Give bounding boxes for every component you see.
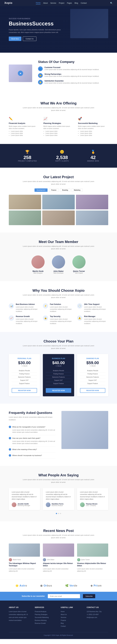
project-thumb-4[interactable] <box>9 210 41 225</box>
plan-btn-personal[interactable]: Register Now <box>12 388 37 393</box>
faq-item-4[interactable]: Where should I incorporate my business? <box>9 452 56 458</box>
footer-phone: +1 (555) 123-4567 <box>87 613 108 616</box>
dot-1[interactable] <box>56 513 57 514</box>
news-section: Recent News Post Lorem ipsum dolor sit a… <box>0 522 117 580</box>
status-item-1: 👥 Customer Focused Lorem ipsum dolor sit… <box>38 66 99 71</box>
team-subtitle: Lorem ipsum dolor sit amet consectetur a… <box>22 245 95 250</box>
feature-3-2: Lorem ipsum dolor <box>80 132 108 134</box>
status-item-title-1: Customer Focused <box>44 66 99 68</box>
projects-subtitle: Lorem ipsum dolor sit amet consectetur a… <box>22 180 95 185</box>
pricing-subtitle: Lorem ipsum dolor sit amet consectetur a… <box>22 344 95 350</box>
footer-useful-link-2[interactable]: About Us <box>61 613 82 616</box>
faq-question-3[interactable]: What is the meaning of free entry? <box>9 448 56 450</box>
footer-service-4: Business Advising <box>35 619 56 622</box>
contact-us-button[interactable]: Contact Us <box>23 36 36 41</box>
plan-period-personal: / 1 Month <box>12 365 37 367</box>
partner-2: ◉ Orbus <box>40 584 52 587</box>
faq-question-1[interactable]: What are the manageable of your constrai… <box>9 426 56 428</box>
book-now-button[interactable]: Book Now <box>9 36 21 41</box>
nav-service[interactable]: Service <box>50 2 56 4</box>
footer-email: info@xopio.com <box>87 616 108 619</box>
footer-useful-link-4[interactable]: Projects <box>61 619 82 622</box>
footer-useful-link-5[interactable]: Blog <box>61 622 82 625</box>
faq-item-2[interactable]: How can your clients reach their goals? … <box>9 435 56 446</box>
filter-marketing[interactable]: Marketing <box>72 188 82 192</box>
footer-service-link-4[interactable]: Business Advising <box>35 619 56 622</box>
feature-2-1: Lorem ipsum dolor <box>46 130 74 132</box>
plan-feature-d-5: Support Feature <box>80 382 105 385</box>
plan-feature-b-2: Finding Finance <box>46 372 71 376</box>
project-thumb-6[interactable] <box>76 210 108 225</box>
filter-development[interactable]: Development <box>34 188 48 192</box>
why-grid: 📊 Best Business Advisor Lorem ipsum dolo… <box>9 303 108 325</box>
why-title-3: 24hr Time Support <box>84 303 108 305</box>
footer-contact: Contact Us 123 Business Ave, City +1 (55… <box>87 606 108 628</box>
navbar: Xopio Home About Service Project Pages B… <box>0 0 117 6</box>
play-button[interactable] <box>18 71 23 76</box>
footer-service-link-1[interactable]: Financial Analysis <box>35 610 56 613</box>
plan-btn-diamond[interactable]: Register Now <box>80 388 105 393</box>
feature-2-3: Lorem ipsum dolor <box>46 134 74 136</box>
test-card-1: Lorem ipsum dolor sit amet consectetur a… <box>9 488 40 510</box>
dot-2[interactable] <box>58 513 59 514</box>
filter-branding[interactable]: Branding <box>60 188 70 192</box>
why-title-2: Fast Solution <box>50 303 74 305</box>
plan-btn-business[interactable]: Register Now <box>46 388 71 393</box>
test-text-1: Lorem ipsum dolor sit amet consectetur a… <box>12 491 37 500</box>
why-title-4: Revenue Growth <box>16 316 40 318</box>
faq-item-1[interactable]: What are the manageable of your constrai… <box>9 424 56 435</box>
nav-home[interactable]: Home <box>36 2 40 4</box>
faq-item-3[interactable]: What is the meaning of free entry? <box>9 446 56 452</box>
footer-service-link-2[interactable]: Planning Strategies <box>35 613 56 616</box>
nav-blog[interactable]: Blog <box>74 2 78 4</box>
news-author-name-1: Martin Hunk <box>13 559 21 560</box>
nav-logo[interactable]: Xopio <box>4 2 12 4</box>
project-thumb-3[interactable] <box>76 195 108 209</box>
footer-useful-1: Home <box>61 610 82 613</box>
feature-1-1: Lorem ipsum dolor <box>11 130 39 132</box>
plan-feature-p-1: Analytics Results <box>12 369 37 372</box>
nav-project[interactable]: Project <box>59 2 64 4</box>
footer-service-1: Financial Analysis <box>35 610 56 613</box>
status-section: Status Of Our Company 👥 Customer Focused… <box>0 53 117 94</box>
footer-useful-link-6[interactable]: Contact <box>61 625 82 628</box>
footer-useful-link-1[interactable]: Home <box>61 610 82 613</box>
test-avatar-3 <box>80 502 85 507</box>
news-subtitle: Lorem ipsum dolor sit amet consectetur a… <box>22 534 95 539</box>
news-post-title-2: Aliquam lacinia iuterper Olio Retour Sit… <box>43 562 74 567</box>
why-item-5: 🔒 Top Security Lorem ipsum dolor sit ame… <box>43 316 74 325</box>
footer-service-link-5[interactable]: Revenue Growth <box>35 622 56 625</box>
offerings-subtitle: Lorem ipsum dolor sit amet consectetur a… <box>22 106 95 112</box>
dot-3[interactable] <box>60 513 61 514</box>
faq-question-4[interactable]: Where should I incorporate my business? <box>9 454 56 456</box>
project-thumb-2[interactable] <box>42 195 74 209</box>
status-text-3: Satisfaction Guarantee Lorem ipsum dolor… <box>44 80 99 84</box>
status-item-desc-3: Lorem ipsum dolor sit amet consectetur a… <box>44 82 99 84</box>
nav-about[interactable]: About <box>43 2 48 4</box>
customer-focused-icon: 👥 <box>38 66 43 71</box>
test-name-3: Thomas Brown <box>86 503 98 505</box>
filter-finance[interactable]: Finance <box>49 188 59 192</box>
nav-pages[interactable]: Pages <box>67 2 72 4</box>
test-author-info-1: Jennifer Smith Marketing Manager <box>18 503 30 506</box>
project-thumb-1[interactable] <box>9 195 41 209</box>
status-item-title-3: Satisfaction Guarantee <box>44 80 99 82</box>
test-name-1: Jennifer Smith <box>18 503 30 505</box>
footer: About Us Lorem ipsum dolor sit amet cons… <box>0 600 117 639</box>
footer-about: About Us Lorem ipsum dolor sit amet cons… <box>9 606 30 628</box>
project-thumb-5[interactable] <box>42 210 74 225</box>
faq-question-2[interactable]: How can your clients reach their goals? <box>9 437 56 439</box>
plan-features-personal: Analytics Results Finding Finance Awesom… <box>12 369 37 385</box>
plan-name-diamond: Diamond Plan <box>80 358 105 359</box>
subscribe-input[interactable] <box>48 594 80 598</box>
status-title: Status Of Our Company <box>38 60 99 64</box>
plan-feature-p-5: Support Feature <box>12 382 37 385</box>
footer-service-link-3[interactable]: Successful Marketing <box>35 616 56 619</box>
search-icon[interactable]: 🔍 <box>110 2 112 4</box>
team-title: Meet Our Team Member <box>9 240 108 244</box>
footer-useful-5: Blog <box>61 622 82 625</box>
subscribe-button[interactable]: Subscribe <box>83 594 95 598</box>
marketing-icon: 🚀 <box>78 117 108 121</box>
footer-useful-link-3[interactable]: Services <box>61 616 82 619</box>
nav-contact[interactable]: Contact <box>81 2 87 4</box>
